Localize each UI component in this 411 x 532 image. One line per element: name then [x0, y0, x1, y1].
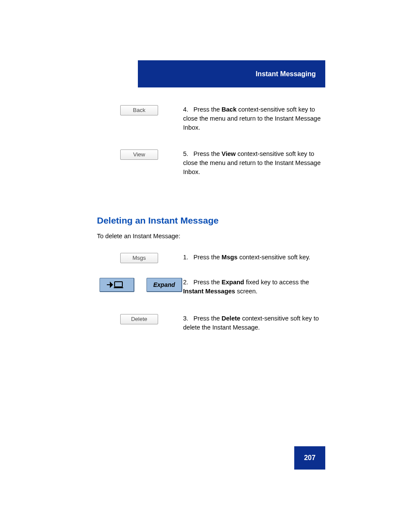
delete-step-3-key-col: Delete	[97, 314, 183, 324]
delete-step-2-bold-word: Expand	[221, 279, 244, 286]
step-5-text: 5. Press the View context-sensitive soft…	[183, 149, 325, 177]
step-5-text-a: Press the	[193, 150, 221, 157]
content-area: Back 4. Press the Back context-sensitive…	[97, 99, 325, 332]
step-5-key-col: View	[97, 149, 183, 160]
svg-rect-0	[115, 282, 122, 287]
view-softkey: View	[120, 149, 158, 160]
step-4-key-col: Back	[97, 105, 183, 115]
back-softkey: Back	[120, 105, 158, 115]
delete-step-1-row: Msgs 1. Press the Msgs context-sensitive…	[97, 253, 325, 263]
page-number-value: 207	[304, 454, 316, 462]
msgs-softkey: Msgs	[120, 253, 158, 263]
delete-step-3-text: 3. Press the Delete context-sensitive so…	[183, 314, 325, 332]
step-4-number: 4.	[183, 105, 192, 114]
step-5-number: 5.	[183, 149, 192, 159]
step-5-row: View 5. Press the View context-sensitive…	[97, 149, 325, 177]
delete-step-1-number: 1.	[183, 253, 192, 262]
delete-step-2-number: 2.	[183, 278, 192, 287]
delete-step-3-text-a: Press the	[193, 315, 221, 322]
step-4-text-a: Press the	[193, 106, 221, 113]
delete-step-2-text-a: Press the	[193, 279, 221, 286]
step-4-row: Back 4. Press the Back context-sensitive…	[97, 105, 325, 132]
delete-heading: Deleting an Instant Message	[97, 215, 325, 226]
delete-step-2-text: 2. Press the Expand fixed key to access …	[183, 278, 325, 296]
arrow-screen-icon	[106, 280, 128, 289]
delete-step-1-key-col: Msgs	[97, 253, 183, 263]
delete-step-3-number: 3.	[183, 314, 192, 323]
header-bar: Instant Messaging	[138, 60, 325, 87]
delete-step-1-text-a: Press the	[193, 254, 221, 261]
step-4-text: 4. Press the Back context-sensitive soft…	[183, 105, 325, 132]
delete-intro: To delete an Instant Message:	[97, 232, 325, 241]
delete-step-3-row: Delete 3. Press the Delete context-sensi…	[97, 314, 325, 332]
delete-step-1-text: 1. Press the Msgs context-sensitive soft…	[183, 253, 325, 262]
step-4-key-bold: Back	[221, 106, 237, 113]
delete-step-2-text-c: screen.	[237, 288, 258, 295]
delete-step-2-text-b: fixed key to access the	[246, 279, 309, 286]
delete-step-1-key-bold: Msgs	[221, 254, 237, 261]
delete-step-3-key-bold: Delete	[221, 315, 240, 322]
expand-key-pair: Expand	[100, 278, 182, 292]
page-number: 207	[294, 446, 325, 470]
delete-step-1-text-b: context-sensitive soft key.	[239, 254, 310, 261]
delete-step-2-bold-screen: Instant Messages	[183, 288, 235, 295]
delete-step-2-row: Expand 2. Press the Expand fixed key to …	[97, 278, 325, 296]
section-title: Instant Messaging	[255, 70, 316, 78]
step-5-key-bold: View	[221, 150, 236, 157]
expand-arrow-key	[100, 278, 134, 292]
delete-step-2-key-col: Expand	[97, 278, 183, 292]
expand-label-key: Expand	[146, 278, 182, 292]
delete-softkey: Delete	[120, 314, 158, 324]
